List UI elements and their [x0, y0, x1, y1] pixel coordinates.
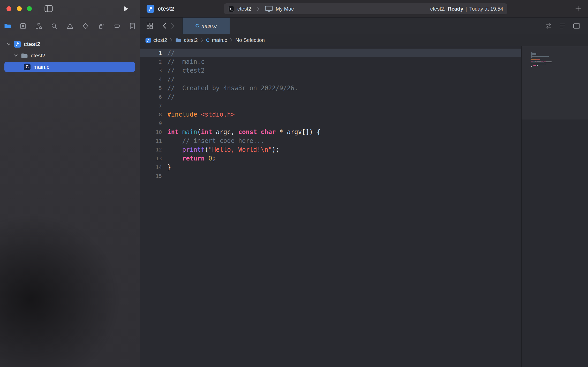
code-text: return 0;	[162, 154, 216, 163]
issue-navigator-icon[interactable]	[66, 22, 74, 30]
toolbar: ctest2 ctest2 My Mac ctest2:	[140, 0, 588, 18]
chevron-down-icon[interactable]	[7, 43, 11, 45]
editor-column: ctest2 ctest2 My Mac ctest2:	[140, 0, 588, 367]
symbol-navigator-icon[interactable]	[35, 22, 43, 30]
go-back-icon[interactable]	[163, 23, 166, 29]
minimize-window-button[interactable]	[17, 6, 22, 11]
line-number: 4	[140, 75, 162, 84]
code-line[interactable]: 9	[140, 119, 521, 128]
code-text: // main.c	[162, 57, 205, 66]
minimap-lines	[531, 52, 582, 68]
divider	[158, 23, 158, 29]
code-text: }	[162, 163, 171, 172]
line-number: 8	[140, 110, 162, 119]
tab-bar-controls	[140, 18, 175, 34]
line-number: 5	[140, 84, 162, 93]
code-line[interactable]: 8#include <stdio.h>	[140, 110, 521, 119]
editor-toolbar-icons	[545, 18, 588, 34]
go-forward-icon[interactable]	[171, 23, 175, 29]
sidebar-item-project[interactable]: ctest2	[0, 39, 140, 49]
breakpoint-navigator-icon[interactable]	[113, 22, 121, 30]
editor-options-icon[interactable]	[559, 22, 566, 29]
scheme-device-label[interactable]: My Mac	[276, 6, 294, 12]
code-review-icon[interactable]	[545, 22, 552, 29]
line-number: 6	[140, 93, 162, 101]
code-line[interactable]: 6//	[140, 93, 521, 101]
code-editor[interactable]: 1//2// main.c3// ctest24//5// Created by…	[140, 46, 521, 367]
code-line[interactable]: 14}	[140, 163, 521, 172]
code-line[interactable]: 2// main.c	[140, 57, 521, 66]
sidebar-item-label: ctest2	[24, 41, 40, 48]
activity-status[interactable]: ctest2: Ready | Today at 19:54	[430, 6, 503, 12]
c-file-icon: C	[24, 64, 31, 70]
code-line[interactable]: 7	[140, 101, 521, 110]
code-line[interactable]: 4//	[140, 75, 521, 84]
code-line[interactable]: 11 // insert code here...	[140, 136, 521, 145]
chevron-right-icon	[201, 38, 203, 43]
status-divider: |	[466, 6, 467, 12]
code-text: //	[162, 75, 175, 84]
code-text	[162, 172, 167, 180]
sidebar-item-file-selected[interactable]: C main.c	[4, 62, 135, 72]
code-text: #include <stdio.h>	[162, 110, 235, 119]
test-navigator-icon[interactable]	[82, 22, 89, 30]
breadcrumb-file[interactable]: C main.c	[206, 37, 227, 43]
split-editor-icon[interactable]	[573, 22, 580, 29]
breadcrumb-label: main.c	[212, 37, 227, 43]
close-window-button[interactable]	[6, 6, 11, 11]
line-number: 15	[140, 172, 162, 180]
breadcrumb-selection[interactable]: No Selection	[235, 37, 265, 43]
source-control-navigator-icon[interactable]	[19, 22, 27, 30]
scheme-selector[interactable]: ctest2 My Mac	[228, 6, 294, 12]
status-project-label: ctest2:	[430, 6, 446, 12]
report-navigator-icon[interactable]	[129, 22, 136, 30]
xcode-window: ctest2 ctest2 C main.c	[0, 0, 588, 367]
related-items-icon[interactable]	[146, 22, 153, 29]
chevron-right-icon	[170, 38, 172, 43]
line-number: 12	[140, 145, 162, 154]
tab-bar: C main.c	[140, 18, 588, 34]
source-editor: 1//2// main.c3// ctest24//5// Created by…	[140, 46, 588, 367]
code-text: int main(int argc, const char * argv[]) …	[162, 128, 320, 136]
tab-main-c[interactable]: C main.c	[182, 18, 230, 34]
xcode-project-icon	[14, 41, 21, 48]
project-navigator: ctest2 ctest2 C main.c	[0, 34, 140, 72]
c-file-icon: C	[206, 37, 210, 43]
run-button[interactable]	[124, 6, 129, 13]
code-text: //	[162, 93, 175, 101]
breadcrumb-label: No Selection	[235, 37, 265, 43]
jump-bar: ctest2 ctest2 C main.c No Selection	[140, 34, 588, 46]
window-title: ctest2	[158, 5, 174, 12]
debug-navigator-icon[interactable]	[97, 22, 105, 30]
line-number: 9	[140, 119, 162, 128]
code-line[interactable]: 5// Created by 4nsw3r on 2022/9/26.	[140, 84, 521, 93]
project-navigator-icon[interactable]	[4, 22, 11, 30]
code-line[interactable]: 3// ctest2	[140, 66, 521, 75]
zoom-window-button[interactable]	[27, 6, 32, 11]
code-line[interactable]: 10int main(int argc, const char * argv[]…	[140, 128, 521, 136]
scheme-target-label[interactable]: ctest2	[237, 6, 251, 12]
add-library-button[interactable]	[575, 6, 581, 12]
sidebar-item-label: main.c	[33, 64, 49, 70]
code-line[interactable]: 1//	[140, 49, 521, 57]
code-text	[162, 101, 167, 110]
sidebar-column: ctest2 ctest2 C main.c	[0, 0, 140, 367]
code-line[interactable]: 13 return 0;	[140, 154, 521, 163]
breadcrumb-group[interactable]: ctest2	[175, 37, 198, 43]
tab-label: main.c	[201, 23, 217, 29]
code-line[interactable]: 12 printf("Hello, World!\n");	[140, 145, 521, 154]
minimap[interactable]	[521, 46, 588, 367]
code-text: //	[162, 49, 175, 57]
navigator-toolbar	[0, 18, 140, 34]
breadcrumb-label: ctest2	[184, 37, 198, 43]
code-line[interactable]: 15	[140, 172, 521, 180]
chevron-right-icon	[257, 6, 259, 11]
sidebar-item-group[interactable]: ctest2	[0, 51, 140, 60]
breadcrumb-project[interactable]: ctest2	[145, 37, 167, 43]
folder-icon	[21, 53, 28, 59]
code-text: // ctest2	[162, 66, 205, 75]
chevron-down-icon[interactable]	[14, 54, 18, 57]
find-navigator-icon[interactable]	[50, 22, 58, 30]
toggle-sidebar-icon[interactable]	[44, 5, 53, 13]
c-file-icon: C	[195, 23, 199, 29]
